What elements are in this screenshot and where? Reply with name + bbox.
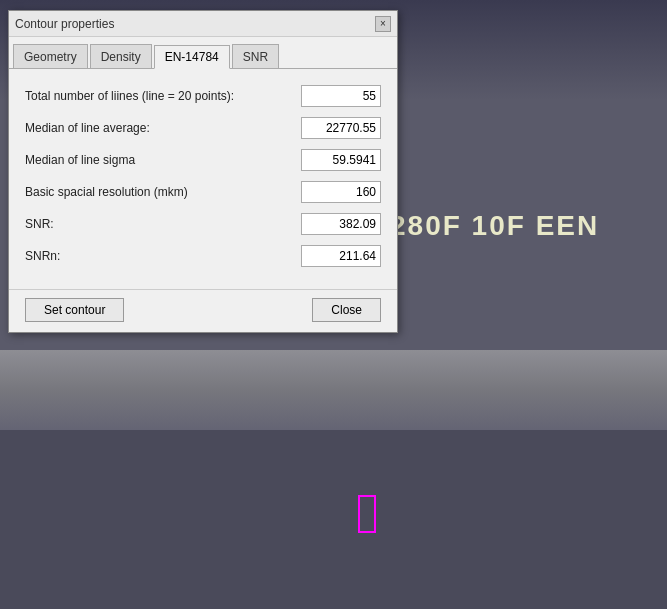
value-median-sigma: 59.5941 [301, 149, 381, 171]
dialog-content: Total number of liines (line = 20 points… [9, 69, 397, 289]
dialog-title: Contour properties [15, 17, 114, 31]
set-contour-button[interactable]: Set contour [25, 298, 124, 322]
field-row-median-average: Median of line average: 22770.55 [25, 117, 381, 139]
background-text: 280F 10F EEN [390, 210, 599, 242]
value-basic-resolution: 160 [301, 181, 381, 203]
label-basic-resolution: Basic spacial resolution (mkm) [25, 185, 301, 199]
tab-en14784[interactable]: EN-14784 [154, 45, 230, 69]
tab-geometry[interactable]: Geometry [13, 44, 88, 68]
label-snr: SNR: [25, 217, 301, 231]
field-row-total-lines: Total number of liines (line = 20 points… [25, 85, 381, 107]
field-row-snrn: SNRn: 211.64 [25, 245, 381, 267]
value-snr: 382.09 [301, 213, 381, 235]
label-snrn: SNRn: [25, 249, 301, 263]
bg-bottom [0, 430, 667, 609]
label-median-average: Median of line average: [25, 121, 301, 135]
tab-density[interactable]: Density [90, 44, 152, 68]
label-total-lines: Total number of liines (line = 20 points… [25, 89, 301, 103]
dialog-buttons: Set contour Close [9, 289, 397, 332]
field-row-basic-resolution: Basic spacial resolution (mkm) 160 [25, 181, 381, 203]
tabs-bar: Geometry Density EN-14784 SNR [9, 37, 397, 69]
magenta-marker [358, 495, 376, 533]
tab-snr[interactable]: SNR [232, 44, 279, 68]
contour-properties-dialog: Contour properties × Geometry Density EN… [8, 10, 398, 333]
field-row-snr: SNR: 382.09 [25, 213, 381, 235]
value-total-lines: 55 [301, 85, 381, 107]
value-median-average: 22770.55 [301, 117, 381, 139]
field-row-median-sigma: Median of line sigma 59.5941 [25, 149, 381, 171]
dialog-titlebar: Contour properties × [9, 11, 397, 37]
label-median-sigma: Median of line sigma [25, 153, 301, 167]
bg-mid [0, 350, 667, 430]
value-snrn: 211.64 [301, 245, 381, 267]
close-dialog-button[interactable]: Close [312, 298, 381, 322]
dialog-close-button[interactable]: × [375, 16, 391, 32]
